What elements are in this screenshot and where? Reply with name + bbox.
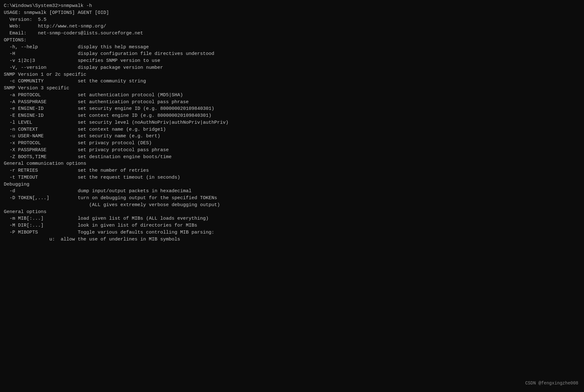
terminal-line: u: allow the use of underlines in MIB sy… (4, 236, 580, 243)
terminal-line: SNMP Version 3 specific (4, 85, 580, 92)
terminal-line: -e ENGINE-ID set security engine ID (e.g… (4, 105, 580, 112)
terminal-line: General options (4, 209, 580, 216)
terminal-line: -M DIR[:...] look in given list of direc… (4, 222, 580, 229)
terminal-line: -A PASSPHRASE set authentication protoco… (4, 99, 580, 106)
terminal-line: General communication options (4, 160, 580, 167)
terminal-line: -h, --help display this help message (4, 44, 580, 51)
terminal-line: -t TIMEOUT set the request timeout (in s… (4, 174, 580, 181)
terminal-output: C:\Windows\System32>snmpwalk -hUSAGE: sn… (4, 3, 580, 243)
terminal-line: -v 1|2c|3 specifies SNMP version to use (4, 57, 580, 64)
terminal-line: -Z BOOTS,TIME set destination engine boo… (4, 154, 580, 161)
terminal-line: USAGE: snmpwalk [OPTIONS] AGENT [OID] (4, 9, 580, 16)
terminal-line: Debugging (4, 181, 580, 188)
watermark: CSDN @fengxingzhe008 (525, 380, 578, 386)
terminal-line: Version: 5.5 (4, 16, 580, 23)
terminal-line: -c COMMUNITY set the community string (4, 78, 580, 85)
terminal-line: -P MIBOPTS Toggle various defaults contr… (4, 229, 580, 236)
terminal-line: -m MIB[:...] load given list of MIBs (AL… (4, 215, 580, 222)
terminal-line: -D TOKEN[,...] turn on debugging output … (4, 195, 580, 202)
terminal-line: -X PASSPHRASE set privacy protocol pass … (4, 147, 580, 154)
terminal-line: -H display configuration file directives… (4, 50, 580, 57)
terminal-line: -x PROTOCOL set privacy protocol (DES) (4, 140, 580, 147)
terminal-line: -V, --version display package version nu… (4, 64, 580, 71)
terminal-line: Email: net-snmp-coders@lists.sourceforge… (4, 30, 580, 37)
terminal-line: SNMP Version 1 or 2c specific (4, 71, 580, 78)
terminal-line: C:\Windows\System32>snmpwalk -h (4, 3, 580, 9)
terminal-line: -n CONTEXT set context name (e.g. bridge… (4, 126, 580, 133)
terminal-line: -l LEVEL set security level (noAuthNoPri… (4, 119, 580, 126)
terminal-line: -r RETRIES set the number of retries (4, 167, 580, 174)
terminal-line: -d dump input/output packets in hexadeci… (4, 188, 580, 195)
terminal-line: OPTIONS: (4, 37, 580, 44)
terminal-line: -E ENGINE-ID set context engine ID (e.g.… (4, 112, 580, 119)
terminal-line: Web: http://www.net-snmp.org/ (4, 23, 580, 30)
terminal-window: C:\Windows\System32>snmpwalk -hUSAGE: sn… (0, 0, 584, 392)
terminal-line: (ALL gives extremely verbose debugging o… (4, 202, 580, 209)
terminal-line: -a PROTOCOL set authentication protocol … (4, 92, 580, 99)
terminal-line: -u USER-NAME set security name (e.g. ber… (4, 133, 580, 140)
